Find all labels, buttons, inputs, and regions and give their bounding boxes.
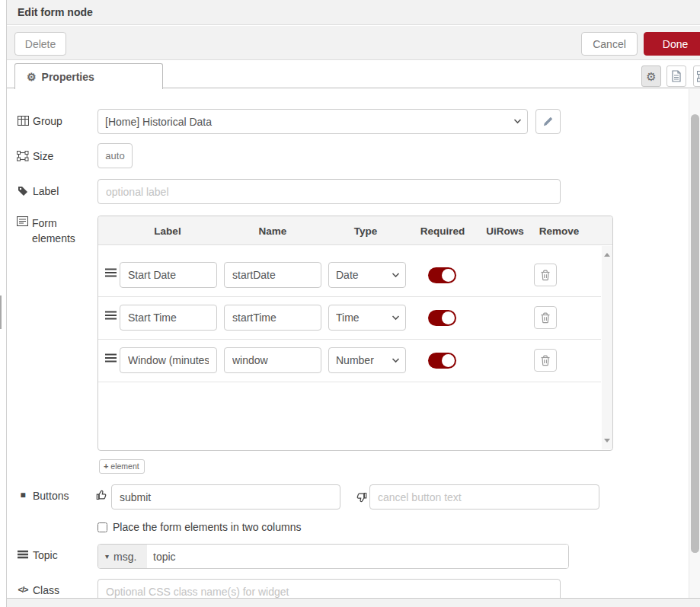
form-elements-field-label: Form elements xyxy=(17,216,90,247)
table-grid-icon xyxy=(17,116,29,126)
gear-icon: ⚙ xyxy=(646,71,656,82)
delete-button[interactable]: Delete xyxy=(14,32,66,56)
form-element-row: Date xyxy=(98,254,601,297)
class-field-label: </> Class xyxy=(17,584,59,596)
topic-typed-input: ▾ msg. xyxy=(97,544,569,569)
required-toggle[interactable] xyxy=(428,310,456,326)
two-columns-label[interactable]: Place the form elements in two columns xyxy=(113,521,301,533)
column-header-name: Name xyxy=(259,225,287,236)
elements-table-body: Date Time xyxy=(98,245,612,450)
edit-group-button[interactable] xyxy=(535,109,561,134)
form-elements-table: Label Name Type Required UiRows Remove D… xyxy=(97,216,613,451)
toggle-knob xyxy=(442,311,455,324)
gear-icon: ⚙ xyxy=(27,72,37,82)
vertical-scrollbar[interactable] xyxy=(689,89,700,598)
column-header-type: Type xyxy=(354,225,378,236)
drag-handle-icon[interactable] xyxy=(105,268,117,277)
dialog-footer-edge xyxy=(7,598,700,607)
caret-down-icon: ▾ xyxy=(105,552,109,561)
tab-bar: ⚙ Properties ⚙ xyxy=(7,61,700,88)
properties-view-button[interactable]: ⚙ xyxy=(641,65,661,87)
trash-icon xyxy=(540,312,551,324)
label-field-label: Label xyxy=(17,185,59,197)
code-brackets-icon: </> xyxy=(17,585,29,594)
drag-handle-icon[interactable] xyxy=(105,353,117,363)
group-field-label: Group xyxy=(17,115,62,127)
toggle-knob xyxy=(442,269,455,282)
topic-value-input[interactable] xyxy=(147,545,568,568)
trash-icon xyxy=(540,270,551,281)
required-toggle[interactable] xyxy=(428,267,456,283)
topic-field-label: Topic xyxy=(17,549,58,561)
form-elements-table-header: Label Name Type Required UiRows Remove xyxy=(98,216,612,245)
group-select[interactable]: [Home] Historical Data xyxy=(97,109,528,134)
required-toggle[interactable] xyxy=(428,353,456,369)
pencil-icon xyxy=(542,116,554,127)
form-element-row: Time xyxy=(98,297,601,340)
element-type-select[interactable]: Time xyxy=(328,305,406,331)
topic-type-selector[interactable]: ▾ msg. xyxy=(98,545,147,568)
column-header-remove: Remove xyxy=(539,225,580,236)
appearance-view-button[interactable] xyxy=(693,65,700,87)
column-header-label: Label xyxy=(154,225,181,236)
topic-type-label: msg. xyxy=(113,551,136,563)
dialog-toolbar: Delete Cancel Done xyxy=(7,26,700,60)
scroll-up-icon[interactable] xyxy=(604,253,610,257)
object-size-icon xyxy=(17,151,29,161)
trash-icon xyxy=(540,355,551,366)
remove-element-button[interactable] xyxy=(534,349,557,372)
add-element-button[interactable]: + element xyxy=(99,459,145,474)
dialog-title: Edit form node xyxy=(18,6,93,18)
element-label-input[interactable] xyxy=(120,305,217,331)
element-name-input[interactable] xyxy=(224,262,321,288)
element-name-input[interactable] xyxy=(224,305,321,331)
cancel-button[interactable]: Cancel xyxy=(581,32,638,56)
description-view-button[interactable] xyxy=(666,65,686,87)
table-scrollbar[interactable] xyxy=(602,246,612,449)
element-type-select[interactable]: Number xyxy=(328,347,406,373)
tab-properties-label: Properties xyxy=(42,71,94,83)
remove-element-button[interactable] xyxy=(534,306,557,329)
list-box-icon xyxy=(17,216,28,226)
remove-element-button[interactable] xyxy=(534,264,557,286)
toggle-knob xyxy=(442,354,455,367)
two-columns-checkbox[interactable] xyxy=(97,522,107,532)
size-auto-button[interactable]: auto xyxy=(97,143,133,168)
element-label-input[interactable] xyxy=(120,347,217,373)
drag-handle-icon[interactable] xyxy=(105,311,117,320)
done-button[interactable]: Done xyxy=(644,32,700,56)
editor-left-scroll-mark xyxy=(0,296,2,329)
size-field-label: Size xyxy=(17,150,53,162)
form-element-row: Number xyxy=(98,340,601,382)
tab-properties[interactable]: ⚙ Properties xyxy=(14,63,163,89)
thumbs-up-icon xyxy=(96,489,108,501)
buttons-field-label: ■ Buttons xyxy=(17,490,69,502)
dialog-header: Edit form node xyxy=(7,0,700,25)
document-icon xyxy=(671,70,682,82)
label-input[interactable] xyxy=(97,179,561,204)
element-type-select[interactable]: Date xyxy=(328,262,406,288)
bars-icon xyxy=(17,550,29,559)
scrollbar-thumb[interactable] xyxy=(691,114,699,553)
element-label-input[interactable] xyxy=(120,262,217,288)
object-group-icon xyxy=(697,71,700,82)
tag-icon xyxy=(17,186,29,196)
element-name-input[interactable] xyxy=(224,347,321,373)
thumbs-down-icon xyxy=(355,491,367,503)
submit-button-text-input[interactable] xyxy=(111,484,340,510)
column-header-required: Required xyxy=(420,225,465,236)
solid-square-icon: ■ xyxy=(17,490,29,500)
column-header-uirows: UiRows xyxy=(486,225,524,236)
cancel-button-text-input[interactable] xyxy=(369,484,599,510)
scroll-down-icon[interactable] xyxy=(604,439,610,442)
